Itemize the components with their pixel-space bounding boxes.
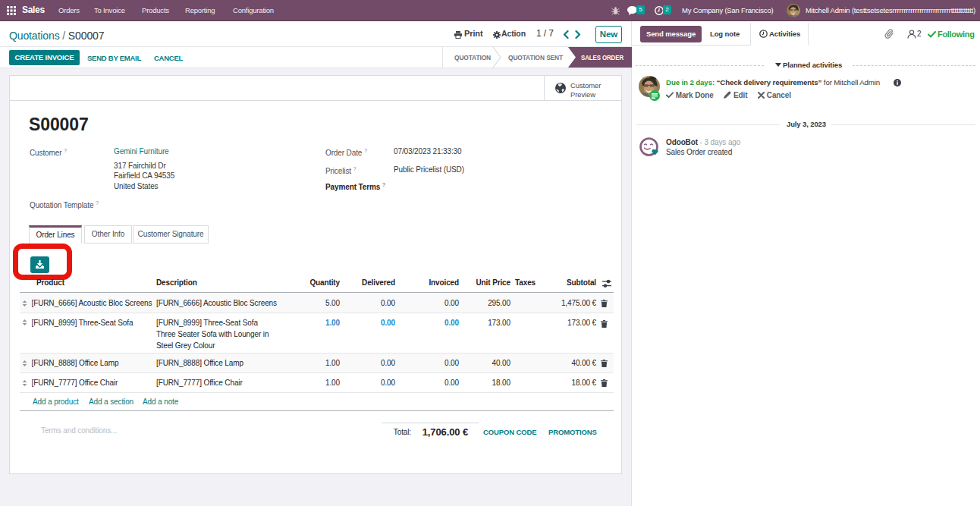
svg-text:QUOTATION: QUOTATION: [454, 53, 491, 61]
svg-text:QUOTATION SENT: QUOTATION SENT: [508, 53, 563, 61]
svg-text:SALES ORDER: SALES ORDER: [581, 53, 623, 61]
